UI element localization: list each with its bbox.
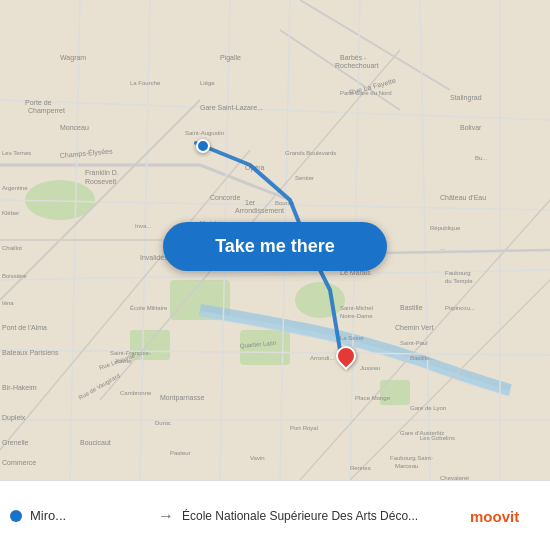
svg-text:Liège: Liège	[200, 80, 215, 86]
svg-text:Port Royal: Port Royal	[290, 425, 318, 431]
svg-text:Boucicaut: Boucicaut	[80, 439, 111, 446]
svg-text:École Militaire: École Militaire	[130, 305, 168, 311]
svg-text:Monceau: Monceau	[60, 124, 89, 131]
svg-text:Grenelle: Grenelle	[2, 439, 29, 446]
destination-label: École Nationale Supérieure Des Arts Déco…	[182, 509, 418, 523]
svg-text:Rennes: Rennes	[350, 465, 371, 471]
origin-label: Miro...	[30, 508, 66, 523]
svg-text:Pont de l'Alma: Pont de l'Alma	[2, 324, 47, 331]
svg-text:Popincou...: Popincou...	[445, 305, 475, 311]
moovit-logo-svg: moovit	[470, 502, 540, 530]
svg-text:Sentier: Sentier	[295, 175, 314, 181]
arrow-icon: →	[150, 507, 182, 525]
moovit-logo: moovit	[470, 502, 540, 530]
svg-text:Saint-Augustin: Saint-Augustin	[185, 130, 224, 136]
svg-text:Arrondi...: Arrondi...	[310, 355, 335, 361]
take-me-there-button[interactable]: Take me there	[163, 222, 387, 271]
svg-point-4	[295, 282, 345, 318]
svg-text:...: ...	[440, 245, 445, 251]
svg-text:Saint-Paul: Saint-Paul	[400, 340, 428, 346]
svg-text:Iéna: Iéna	[2, 300, 14, 306]
svg-text:République: République	[430, 225, 461, 231]
svg-text:Argentine: Argentine	[2, 185, 28, 191]
svg-text:Pigalle: Pigalle	[220, 54, 241, 62]
svg-text:Gare de Lyon: Gare de Lyon	[410, 405, 446, 411]
svg-text:Les Gobelins: Les Gobelins	[420, 435, 455, 441]
svg-text:Cambronne: Cambronne	[120, 390, 152, 396]
svg-text:Stalingrad: Stalingrad	[450, 94, 482, 102]
origin-section: Miro...	[10, 508, 150, 523]
svg-text:Grands Boulevards: Grands Boulevards	[285, 150, 336, 156]
svg-text:Les Ternes: Les Ternes	[2, 150, 31, 156]
svg-text:Gare Saint-Lazare...: Gare Saint-Lazare...	[200, 104, 263, 111]
svg-text:Jussieu: Jussieu	[360, 365, 380, 371]
svg-text:Bastille...: Bastille...	[410, 355, 435, 361]
svg-text:Bateaux Parisiens: Bateaux Parisiens	[2, 349, 59, 356]
svg-text:Dupleix: Dupleix	[2, 414, 26, 422]
svg-rect-6	[380, 380, 410, 405]
svg-text:Pasteur: Pasteur	[170, 450, 191, 456]
destination-pin	[332, 342, 360, 370]
svg-text:Boissière: Boissière	[2, 273, 27, 279]
destination-section: École Nationale Supérieure Des Arts Déco…	[182, 509, 462, 523]
svg-text:Chemin Vert: Chemin Vert	[395, 324, 434, 331]
svg-text:Bolivar: Bolivar	[460, 124, 482, 131]
svg-text:Duroc: Duroc	[155, 420, 171, 426]
svg-text:Concorde: Concorde	[210, 194, 240, 201]
svg-text:Bir-Hakeim: Bir-Hakeim	[2, 384, 37, 391]
map-area: Champs-Élysées Rue La Fayette de Rivoli …	[0, 0, 550, 480]
svg-text:Place Monge: Place Monge	[355, 395, 391, 401]
svg-text:moovit: moovit	[470, 508, 519, 525]
svg-text:Bu...: Bu...	[475, 155, 488, 161]
origin-icon	[10, 510, 22, 522]
app-container: Champs-Élysées Rue La Fayette de Rivoli …	[0, 0, 550, 550]
bottom-bar: Miro... → École Nationale Supérieure Des…	[0, 480, 550, 550]
svg-text:La Fourche: La Fourche	[130, 80, 161, 86]
svg-text:Paris Gare du Nord: Paris Gare du Nord	[340, 90, 392, 96]
origin-marker	[196, 139, 210, 153]
svg-text:Château d'Eau: Château d'Eau	[440, 194, 486, 201]
svg-text:Chaillot: Chaillot	[2, 245, 22, 251]
svg-text:Montparnasse: Montparnasse	[160, 394, 204, 402]
svg-text:Bastille: Bastille	[400, 304, 423, 311]
svg-text:Kléber: Kléber	[2, 210, 19, 216]
svg-text:Inva...: Inva...	[135, 223, 152, 229]
destination-marker	[336, 346, 356, 366]
svg-text:Commerce: Commerce	[2, 459, 36, 466]
svg-text:Vavin: Vavin	[250, 455, 265, 461]
svg-text:La Seine: La Seine	[340, 335, 364, 341]
svg-text:Wagram: Wagram	[60, 54, 86, 62]
